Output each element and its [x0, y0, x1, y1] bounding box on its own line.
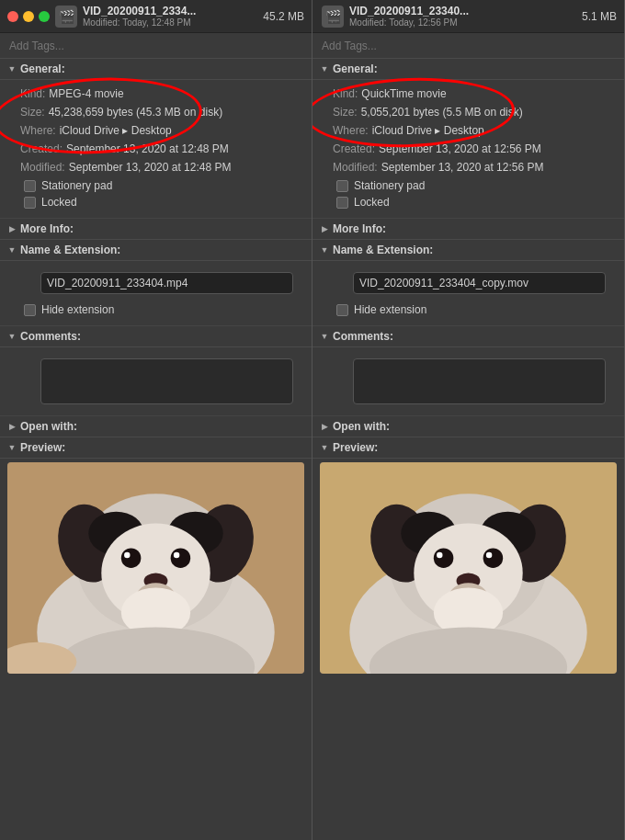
left-moreinfo-label: More Info:	[20, 222, 74, 235]
left-comments-triangle	[7, 332, 17, 341]
right-modified: Modified: Today, 12:56 PM	[349, 17, 469, 28]
left-created-label: Created:	[20, 141, 62, 157]
right-filename: VID_20200911_23340...	[349, 5, 469, 17]
right-locked-row[interactable]: Locked	[333, 196, 615, 209]
right-titlebar: 🎬 VID_20200911_23340... Modified: Today,…	[312, 0, 624, 33]
left-modified: Modified: Today, 12:48 PM	[83, 17, 196, 28]
maximize-button[interactable]	[39, 11, 50, 22]
left-size-label: Size:	[20, 104, 45, 120]
right-hideext-checkbox[interactable]	[336, 304, 348, 316]
right-general-section: Kind: QuickTime movie Size: 5,055,201 by…	[312, 80, 624, 219]
right-stationery-checkbox[interactable]	[336, 180, 348, 192]
left-nameext-header[interactable]: Name & Extension:	[0, 240, 312, 261]
right-moreinfo-header[interactable]: More Info:	[312, 219, 624, 240]
left-stationery-checkbox[interactable]	[24, 180, 36, 192]
right-comments-header[interactable]: Comments:	[312, 326, 624, 347]
right-preview-header[interactable]: Preview:	[312, 437, 624, 459]
left-openwith-header[interactable]: Open with:	[0, 416, 312, 437]
left-comments-section	[0, 347, 312, 416]
right-tags-row[interactable]: Add Tags...	[312, 33, 624, 59]
left-comments-header[interactable]: Comments:	[0, 326, 312, 347]
right-comments-label: Comments:	[333, 330, 393, 343]
left-nameext-label: Name & Extension:	[20, 244, 120, 256]
right-stationery-label: Stationery pad	[354, 179, 425, 192]
close-button[interactable]	[7, 11, 18, 22]
right-stationery-row[interactable]: Stationery pad	[333, 179, 615, 192]
minimize-button[interactable]	[23, 11, 34, 22]
right-modified-label: Modified:	[333, 159, 378, 176]
left-panel: 🎬 VID_20200911_2334... Modified: Today, …	[0, 0, 312, 840]
left-info-content[interactable]: General: Kind: MPEG-4 movie Size: 45,238…	[0, 59, 312, 840]
left-tags-row[interactable]: Add Tags...	[0, 33, 312, 59]
right-locked-checkbox[interactable]	[336, 197, 348, 209]
right-general-header[interactable]: General:	[312, 59, 624, 80]
right-preview-triangle	[320, 443, 329, 452]
left-general-header[interactable]: General:	[0, 59, 312, 80]
left-modified-value: September 13, 2020 at 12:48 PM	[69, 159, 232, 176]
left-moreinfo-triangle	[7, 224, 17, 233]
left-where-value: iCloud Drive ▸ Desktop	[60, 122, 172, 139]
left-modified-row: Modified: September 13, 2020 at 12:48 PM	[20, 159, 302, 176]
svg-point-11	[174, 552, 179, 558]
right-panel: 🎬 VID_20200911_23340... Modified: Today,…	[312, 0, 625, 840]
left-preview-label: Preview:	[20, 441, 65, 454]
svg-point-8	[121, 548, 142, 568]
left-size-row: Size: 45,238,659 bytes (45.3 MB on disk)	[20, 104, 302, 120]
left-hideext-checkbox[interactable]	[24, 304, 36, 316]
title-text-right: VID_20200911_23340... Modified: Today, 1…	[349, 5, 469, 28]
file-icon-right: 🎬	[322, 6, 344, 28]
left-locked-row[interactable]: Locked	[20, 196, 302, 209]
left-filename-field[interactable]	[40, 272, 293, 294]
left-created-row: Created: September 13, 2020 at 12:48 PM	[20, 141, 302, 157]
left-tags-placeholder: Add Tags...	[9, 40, 64, 52]
right-size-label: Size:	[333, 104, 358, 120]
left-stationery-label: Stationery pad	[41, 179, 112, 192]
right-openwith-triangle	[320, 422, 329, 431]
right-size-value: 5,055,201 bytes (5.5 MB on disk)	[361, 104, 523, 120]
right-nameext-triangle	[320, 245, 329, 255]
left-preview-header[interactable]: Preview:	[0, 437, 312, 459]
left-comments-label: Comments:	[20, 330, 81, 343]
left-moreinfo-header[interactable]: More Info:	[0, 219, 312, 240]
left-hideext-row[interactable]: Hide extension	[20, 303, 302, 316]
right-modified-value: September 13, 2020 at 12:56 PM	[381, 159, 544, 176]
right-filesize: 5.1 MB	[578, 10, 617, 23]
right-where-label: Where:	[333, 122, 369, 139]
file-icon-left: 🎬	[55, 6, 77, 28]
left-stationery-row[interactable]: Stationery pad	[20, 179, 302, 192]
right-general-label: General:	[333, 62, 378, 75]
left-comments-box[interactable]	[40, 358, 293, 404]
left-openwith-label: Open with:	[20, 420, 77, 433]
right-moreinfo-triangle	[320, 224, 329, 233]
left-locked-checkbox[interactable]	[24, 197, 36, 209]
left-locked-label: Locked	[41, 196, 77, 209]
right-comments-section	[312, 347, 624, 416]
right-filename-field[interactable]	[353, 272, 606, 294]
right-preview-section	[312, 459, 624, 681]
right-hideext-row[interactable]: Hide extension	[333, 303, 615, 316]
right-nameext-header[interactable]: Name & Extension:	[312, 240, 624, 261]
right-created-row: Created: September 13, 2020 at 12:56 PM	[333, 141, 615, 157]
svg-point-26	[483, 548, 504, 568]
right-openwith-header[interactable]: Open with:	[312, 416, 624, 437]
right-kind-value: QuickTime movie	[361, 85, 446, 102]
svg-point-25	[434, 548, 454, 568]
right-info-content[interactable]: General: Kind: QuickTime movie Size: 5,0…	[312, 59, 624, 840]
left-created-value: September 13, 2020 at 12:48 PM	[66, 141, 229, 157]
right-comments-box[interactable]	[353, 358, 606, 404]
left-filesize: 45.2 MB	[259, 10, 304, 23]
right-where-row: Where: iCloud Drive ▸ Desktop	[333, 122, 615, 139]
right-preview-label: Preview:	[333, 441, 378, 454]
right-moreinfo-label: More Info:	[333, 222, 386, 235]
left-where-row: Where: iCloud Drive ▸ Desktop	[20, 122, 302, 139]
title-text-left: VID_20200911_2334... Modified: Today, 12…	[83, 5, 196, 28]
left-preview-image	[7, 462, 304, 674]
right-comments-triangle	[320, 332, 329, 341]
left-size-value: 45,238,659 bytes (45.3 MB on disk)	[49, 104, 222, 120]
left-where-label: Where:	[20, 122, 56, 139]
right-hideext-label: Hide extension	[354, 303, 426, 316]
left-modified-label: Modified:	[20, 159, 65, 176]
svg-point-9	[171, 548, 191, 568]
left-hideext-label: Hide extension	[41, 303, 114, 316]
right-preview-image	[320, 462, 617, 674]
